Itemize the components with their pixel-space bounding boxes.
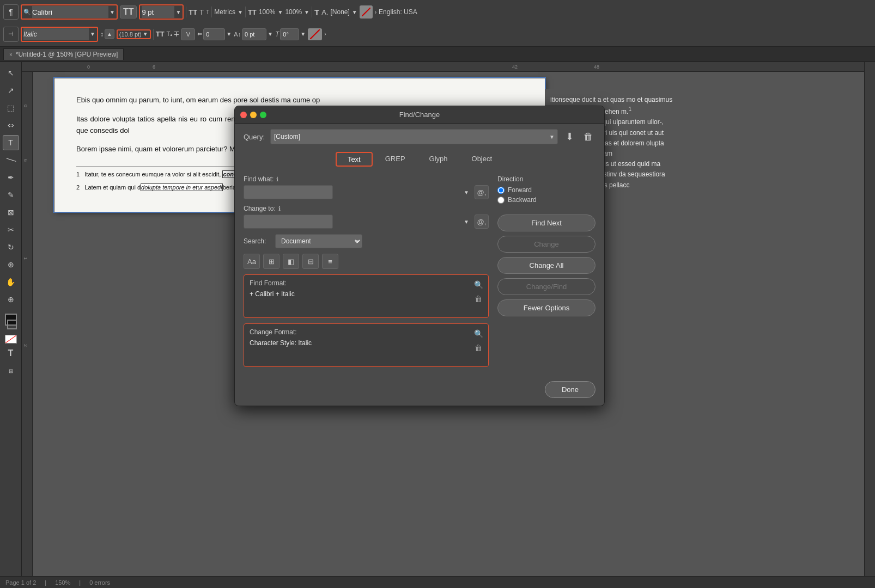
close-window-btn[interactable] (240, 112, 247, 118)
search-select[interactable]: Document (275, 234, 362, 248)
whole-word-btn[interactable]: ⊞ (263, 254, 279, 269)
type-tool[interactable]: T (3, 135, 19, 150)
format-btn[interactable]: ⊟ (302, 254, 319, 269)
maximize-window-btn[interactable] (260, 112, 266, 118)
change-to-input[interactable] (244, 215, 333, 229)
tt-btn2[interactable]: TT (156, 30, 165, 38)
frame-grid-tool[interactable]: ⊞ (3, 363, 19, 378)
transform-tool[interactable]: ↻ (3, 240, 19, 255)
find-what-special-btn[interactable]: @, (475, 185, 489, 199)
forward-radio[interactable] (497, 187, 505, 194)
none-dropdown[interactable]: [None] (330, 8, 349, 16)
font-size-box[interactable]: 9 pt ▼ (139, 4, 184, 20)
change-format-edit-btn[interactable]: 🔍 (473, 328, 484, 339)
metrics-arrow[interactable]: ▼ (238, 9, 243, 15)
leading-arrow[interactable]: ▼ (143, 31, 148, 37)
scissors-icon: ✂ (8, 225, 14, 234)
change-btn[interactable]: Change (497, 236, 596, 253)
leading-value-box[interactable]: (10.8 pt) ▼ (117, 29, 151, 39)
tab-grep[interactable]: GREP (374, 152, 417, 167)
change-format-clear-btn[interactable]: 🗑 (473, 342, 484, 353)
scissors-tool[interactable]: ✂ (3, 222, 19, 237)
scale2-arrow[interactable]: ▼ (304, 9, 309, 15)
skew-group: T 0° ▼ (275, 28, 306, 40)
query-save-btn[interactable]: ⬇ (563, 130, 576, 144)
english-usa[interactable]: English: USA (379, 8, 417, 16)
color-swatch[interactable]: V (181, 28, 195, 40)
forward-radio-label[interactable]: Forward (497, 186, 596, 194)
change-find-btn[interactable]: Change/Find (497, 278, 596, 295)
apply-none[interactable] (5, 335, 17, 344)
scale-percent1[interactable]: 100% (259, 8, 276, 16)
t-btn[interactable]: T (199, 8, 204, 16)
selection-tool[interactable]: ↖ (3, 65, 19, 81)
none-arrow[interactable]: ▼ (352, 9, 357, 15)
metrics-dropdown[interactable]: Metrics (214, 8, 235, 16)
kerning-arrow[interactable]: ▼ (226, 31, 232, 37)
backward-radio-label[interactable]: Backward (497, 196, 596, 204)
scale1-arrow[interactable]: ▼ (277, 9, 283, 15)
find-next-btn[interactable]: Find Next (497, 215, 596, 231)
size-dropdown-arrow[interactable]: ▼ (175, 9, 181, 15)
query-select[interactable]: [Custom] (270, 129, 558, 144)
done-btn[interactable]: Done (545, 381, 596, 398)
scale-percent2[interactable]: 100% (285, 8, 302, 16)
font-name-input[interactable]: Calibri (32, 6, 108, 18)
document-tab[interactable]: × *Untitled-1 @ 150% [GPU Preview] (3, 48, 124, 60)
notes-btn[interactable]: ≡ (322, 254, 338, 269)
footnote-2-text: Latem et quiam qui d (84, 184, 141, 191)
backward-radio[interactable] (497, 197, 505, 204)
zoom-tool[interactable]: ⊕ (3, 292, 19, 307)
skew-input[interactable]: 0° (280, 28, 299, 40)
skew-arrow[interactable]: ▼ (300, 31, 306, 37)
t-sub-btn[interactable]: T₁ (167, 30, 173, 38)
find-what-input[interactable] (244, 185, 333, 199)
font-size-input[interactable]: 9 pt (142, 6, 174, 18)
eyedropper-tool[interactable]: ⊕ (3, 257, 19, 272)
pen-tool[interactable]: ✒ (3, 170, 19, 185)
tab-text[interactable]: Text (336, 152, 373, 167)
svg-line-0 (362, 8, 370, 16)
query-delete-btn[interactable]: 🗑 (581, 130, 596, 144)
leading-up[interactable]: ▲ (105, 29, 114, 39)
case-sensitive-btn[interactable]: Aa (244, 254, 260, 269)
pencil-tool[interactable]: ✎ (3, 187, 19, 203)
type-tool-bottom[interactable]: T (3, 346, 19, 361)
hand-tool[interactable]: ✋ (3, 274, 19, 290)
tab-object[interactable]: Object (460, 152, 504, 167)
expand-btn2[interactable]: › (324, 31, 326, 37)
transform-icon: ↻ (8, 243, 14, 252)
find-input-arrow[interactable]: ▼ (464, 189, 469, 195)
t-sup-btn[interactable]: T (206, 9, 209, 15)
dialog-footer: Done (235, 381, 604, 406)
kerning-icon: ⇐ (197, 30, 202, 38)
font-dropdown-arrow[interactable]: ▼ (110, 9, 115, 15)
tt-btn[interactable]: TT (189, 8, 197, 16)
layer-btn[interactable]: ◧ (283, 254, 299, 269)
stroke-color[interactable] (7, 320, 17, 329)
baseline-arrow[interactable]: ▼ (268, 31, 273, 37)
rect-frame-tool[interactable]: ⊠ (3, 205, 19, 220)
t-strike-btn[interactable]: T̶ (174, 30, 179, 38)
style-arrow[interactable]: ▼ (90, 31, 95, 37)
kerning-input[interactable]: 0 (203, 28, 225, 40)
style-box[interactable]: Italic ▼ (21, 27, 98, 42)
find-format-edit-btn[interactable]: 🔍 (473, 279, 484, 290)
minimize-window-btn[interactable] (250, 112, 257, 118)
fewer-options-btn[interactable]: Fewer Options (497, 299, 596, 316)
font-name-box[interactable]: 🔍 Calibri ▼ (21, 4, 118, 20)
change-to-special-btn[interactable]: @, (475, 215, 489, 229)
tab-close-btn[interactable]: × (9, 52, 13, 58)
line-tool[interactable]: ╲ (3, 152, 19, 168)
gap-tool[interactable]: ⇔ (3, 118, 19, 133)
find-format-clear-btn[interactable]: 🗑 (473, 293, 484, 304)
direct-selection-tool[interactable]: ↗ (3, 83, 19, 98)
page-tool[interactable]: ⬚ (3, 100, 19, 115)
tab-glyph[interactable]: Glyph (418, 152, 459, 167)
find-format-content: + Calibri + Italic (250, 290, 483, 298)
change-all-btn[interactable]: Change All (497, 257, 596, 274)
style-input[interactable]: Italic (23, 28, 89, 40)
baseline-input[interactable]: 0 pt (242, 28, 266, 40)
expand-btn[interactable]: › (375, 9, 376, 15)
change-input-arrow[interactable]: ▼ (464, 219, 469, 225)
